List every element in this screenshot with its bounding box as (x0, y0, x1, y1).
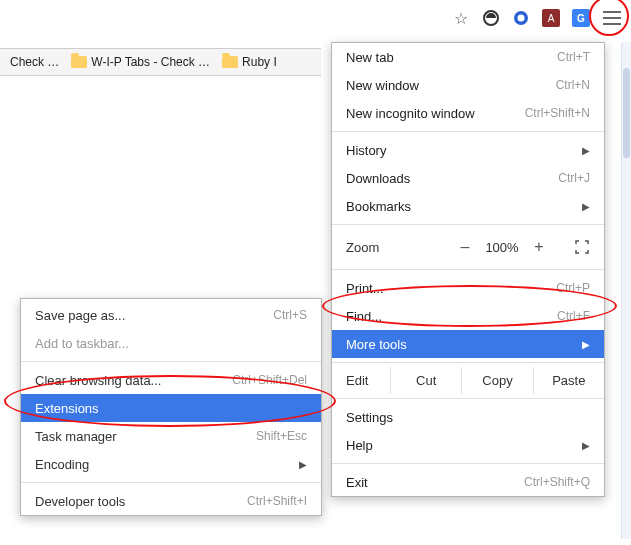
svg-point-2 (518, 15, 525, 22)
submenu-item-clear-data[interactable]: Clear browsing data... Ctrl+Shift+Del (21, 366, 321, 394)
chrome-main-menu: New tab Ctrl+T New window Ctrl+N New inc… (331, 42, 605, 497)
edit-copy-button[interactable]: Copy (461, 367, 532, 394)
bookmarks-bar: Check … W-I-P Tabs - Check … Ruby I (0, 48, 321, 76)
menu-item-history[interactable]: History ▶ (332, 136, 604, 164)
zoom-label: Zoom (346, 240, 448, 255)
submenu-item-add-taskbar[interactable]: Add to taskbar... (21, 329, 321, 357)
menu-separator (332, 131, 604, 132)
extension-icon-adobe[interactable]: A (539, 6, 563, 30)
edit-paste-button[interactable]: Paste (533, 367, 604, 394)
zoom-in-button[interactable]: + (526, 235, 552, 259)
menu-item-downloads[interactable]: Downloads Ctrl+J (332, 164, 604, 192)
bookmark-item[interactable]: Ruby I (218, 55, 281, 69)
menu-item-incognito[interactable]: New incognito window Ctrl+Shift+N (332, 99, 604, 127)
submenu-item-task-manager[interactable]: Task manager Shift+Esc (21, 422, 321, 450)
menu-separator (332, 463, 604, 464)
vertical-scrollbar[interactable] (621, 42, 631, 539)
menu-item-new-tab[interactable]: New tab Ctrl+T (332, 43, 604, 71)
fullscreen-button[interactable] (570, 235, 594, 259)
browser-toolbar: ☆ A G (449, 2, 625, 34)
menu-item-new-window[interactable]: New window Ctrl+N (332, 71, 604, 99)
bookmark-item[interactable]: Check … (6, 55, 63, 69)
submenu-item-dev-tools[interactable]: Developer tools Ctrl+Shift+I (21, 487, 321, 515)
folder-icon (222, 56, 238, 68)
more-tools-submenu: Save page as... Ctrl+S Add to taskbar...… (20, 298, 322, 516)
zoom-out-button[interactable]: – (452, 235, 478, 259)
star-icon[interactable]: ☆ (449, 6, 473, 30)
chevron-right-icon: ▶ (582, 145, 590, 156)
folder-icon (71, 56, 87, 68)
menu-button[interactable] (599, 7, 625, 29)
edit-label: Edit (332, 367, 390, 394)
scrollbar-thumb[interactable] (623, 68, 630, 158)
svg-text:A: A (548, 13, 555, 24)
menu-item-bookmarks[interactable]: Bookmarks ▶ (332, 192, 604, 220)
submenu-item-save-page[interactable]: Save page as... Ctrl+S (21, 301, 321, 329)
menu-item-settings[interactable]: Settings (332, 403, 604, 431)
extension-icon-1[interactable] (479, 6, 503, 30)
submenu-item-encoding[interactable]: Encoding ▶ (21, 450, 321, 478)
menu-separator (332, 269, 604, 270)
menu-item-find[interactable]: Find... Ctrl+F (332, 302, 604, 330)
menu-separator (332, 224, 604, 225)
menu-item-zoom: Zoom – 100% + (332, 229, 604, 265)
zoom-value: 100% (480, 240, 524, 255)
chevron-right-icon: ▶ (582, 339, 590, 350)
menu-separator (332, 362, 604, 363)
extension-icon-2[interactable] (509, 6, 533, 30)
menu-item-exit[interactable]: Exit Ctrl+Shift+Q (332, 468, 604, 496)
menu-item-print[interactable]: Print... Ctrl+P (332, 274, 604, 302)
chevron-right-icon: ▶ (299, 459, 307, 470)
submenu-item-extensions[interactable]: Extensions (21, 394, 321, 422)
menu-item-more-tools[interactable]: More tools ▶ (332, 330, 604, 358)
chevron-right-icon: ▶ (582, 440, 590, 451)
menu-separator (332, 398, 604, 399)
menu-item-edit-row: Edit Cut Copy Paste (332, 367, 604, 394)
extension-icon-google[interactable]: G (569, 6, 593, 30)
bookmark-item[interactable]: W-I-P Tabs - Check … (67, 55, 214, 69)
menu-separator (21, 482, 321, 483)
menu-item-help[interactable]: Help ▶ (332, 431, 604, 459)
menu-separator (21, 361, 321, 362)
svg-text:G: G (577, 13, 585, 24)
chevron-right-icon: ▶ (582, 201, 590, 212)
edit-cut-button[interactable]: Cut (390, 367, 461, 394)
